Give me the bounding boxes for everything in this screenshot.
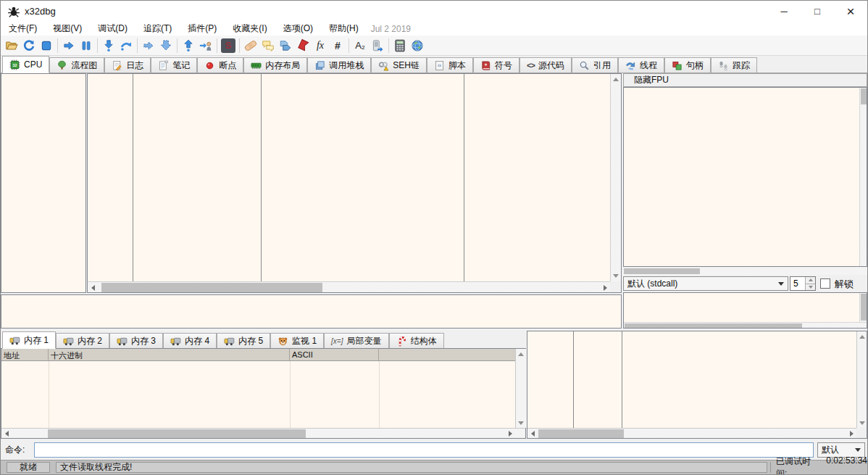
scroll-up-arrow[interactable]	[857, 331, 867, 342]
execute-till-return-button[interactable]	[180, 37, 197, 54]
hide-fpu-button[interactable]: 隐藏FPU	[623, 73, 867, 87]
arguments-hscrollbar[interactable]	[624, 322, 867, 328]
tab-breakpoints[interactable]: 断点	[197, 57, 243, 73]
dump-vscrollbar[interactable]	[515, 349, 526, 428]
spin-down-button[interactable]	[806, 284, 815, 291]
menu-file[interactable]: 文件(F)	[1, 21, 45, 36]
scroll-left-arrow[interactable]	[1, 429, 12, 439]
stack-view[interactable]	[527, 331, 867, 439]
registers-view[interactable]	[623, 87, 867, 267]
restart-button[interactable]	[20, 37, 38, 54]
open-folder-icon	[5, 39, 18, 52]
run-to-user-code-button[interactable]	[197, 37, 214, 54]
patches-button[interactable]	[242, 37, 259, 54]
sharpod-toggle-button[interactable]: S	[220, 37, 237, 54]
tab-seh[interactable]: SEH链	[371, 57, 427, 73]
scroll-left-arrow[interactable]	[88, 282, 99, 293]
tab-script[interactable]: ‹› 脚本	[427, 57, 473, 73]
struct-candycane-icon	[396, 336, 407, 347]
run-button[interactable]	[60, 37, 78, 54]
menu-trace[interactable]: 追踪(T)	[135, 21, 180, 36]
globe-button[interactable]	[409, 37, 426, 54]
menu-favourites[interactable]: 收藏夹(I)	[225, 21, 275, 36]
tab-dump-1[interactable]: 内存 1	[2, 331, 56, 349]
labels-button[interactable]	[277, 37, 294, 54]
tab-handles[interactable]: 句柄	[664, 57, 711, 73]
phone-forward-button[interactable]	[369, 37, 386, 54]
pause-button[interactable]	[78, 37, 95, 54]
spin-up-button[interactable]	[806, 277, 815, 284]
scroll-down-arrow[interactable]	[516, 418, 526, 428]
disasm-vscrollbar[interactable]	[610, 74, 621, 281]
hscroll-thumb[interactable]	[624, 268, 700, 274]
scroll-down-arrow[interactable]	[857, 418, 867, 428]
scroll-up-arrow[interactable]	[611, 74, 621, 85]
menu-options[interactable]: 选项(O)	[275, 21, 321, 36]
tab-call-stack[interactable]: 调用堆栈	[307, 57, 371, 73]
disasm-hscrollbar[interactable]	[88, 281, 611, 292]
tab-cpu[interactable]: 32 CPU	[2, 56, 49, 73]
arguments-view[interactable]	[623, 292, 867, 329]
disassembly-view[interactable]	[87, 73, 622, 293]
step-into-button[interactable]	[100, 37, 117, 54]
arguments-vscrollbar[interactable]	[859, 293, 867, 323]
tab-locals[interactable]: [x=] 局部变量	[324, 333, 388, 348]
comments-button[interactable]	[259, 37, 277, 54]
registers-hscrollbar[interactable]	[623, 268, 867, 275]
scroll-down-arrow[interactable]	[611, 270, 621, 281]
hash-button[interactable]: #	[329, 37, 346, 54]
tab-log[interactable]: 日志	[104, 57, 151, 73]
hscroll-thumb[interactable]	[538, 429, 624, 438]
vscroll-thumb[interactable]	[861, 294, 867, 321]
tab-symbols[interactable]: 符号	[473, 57, 519, 73]
memory-dump-table[interactable]: 地址 十六进制 ASCII	[1, 348, 526, 439]
stack-hscrollbar[interactable]	[527, 428, 856, 438]
stack-vscrollbar[interactable]	[856, 331, 867, 428]
toolbar: S fx # A₂	[1, 36, 867, 56]
scroll-right-arrow[interactable]	[600, 282, 611, 293]
scroll-right-arrow[interactable]	[505, 429, 515, 439]
minimize-button[interactable]: ─	[767, 1, 801, 22]
calculator-button[interactable]	[391, 37, 409, 54]
bookmarks-button[interactable]	[294, 37, 312, 54]
hscroll-thumb[interactable]	[101, 283, 322, 292]
tab-source[interactable]: <> 源代码	[519, 57, 572, 73]
unlock-checkbox[interactable]	[820, 278, 830, 289]
registers-vscrollbar[interactable]	[859, 88, 867, 266]
tab-dump-5[interactable]: 内存 5	[217, 333, 270, 348]
dump-hscrollbar[interactable]	[1, 428, 525, 438]
tab-threads[interactable]: 线程	[618, 57, 664, 73]
scroll-up-arrow[interactable]	[516, 349, 526, 359]
tab-watch-1[interactable]: 监视 1	[270, 333, 324, 348]
open-file-button[interactable]	[3, 37, 20, 54]
menu-view[interactable]: 视图(V)	[45, 21, 90, 36]
tab-notes[interactable]: 笔记	[151, 57, 197, 73]
hscroll-thumb[interactable]	[48, 429, 306, 438]
step-over-button[interactable]	[117, 37, 135, 54]
vscroll-thumb[interactable]	[861, 88, 867, 104]
trace-into-button[interactable]	[140, 37, 157, 54]
tab-references[interactable]: 引用	[572, 57, 618, 73]
trace-over-button[interactable]	[157, 37, 175, 54]
tab-graph[interactable]: 流程图	[49, 57, 104, 73]
tab-dump-4[interactable]: 内存 4	[163, 333, 217, 348]
tab-dump-3[interactable]: 内存 3	[109, 333, 163, 348]
menu-plugins[interactable]: 插件(P)	[180, 21, 225, 36]
hscroll-thumb[interactable]	[625, 323, 802, 328]
close-button[interactable]: ×	[834, 1, 867, 22]
scroll-right-arrow[interactable]	[846, 429, 856, 439]
stop-button[interactable]	[38, 37, 55, 54]
maximize-button[interactable]: □	[801, 1, 834, 22]
command-input[interactable]	[34, 442, 814, 458]
functions-button[interactable]: fx	[312, 37, 329, 54]
argument-count-spinner[interactable]: 5	[790, 276, 816, 291]
tab-trace[interactable]: 跟踪	[711, 57, 757, 73]
tab-struct[interactable]: 结构体	[389, 333, 444, 348]
menu-debug[interactable]: 调试(D)	[90, 21, 135, 36]
tab-memory-map[interactable]: 内存布局	[243, 57, 307, 73]
tab-dump-2[interactable]: 内存 2	[56, 333, 109, 348]
text-case-button[interactable]: A₂	[351, 37, 369, 54]
calling-convention-select[interactable]: 默认 (stdcall)	[623, 276, 788, 291]
menu-help[interactable]: 帮助(H)	[321, 21, 367, 36]
scroll-left-arrow[interactable]	[527, 429, 538, 439]
